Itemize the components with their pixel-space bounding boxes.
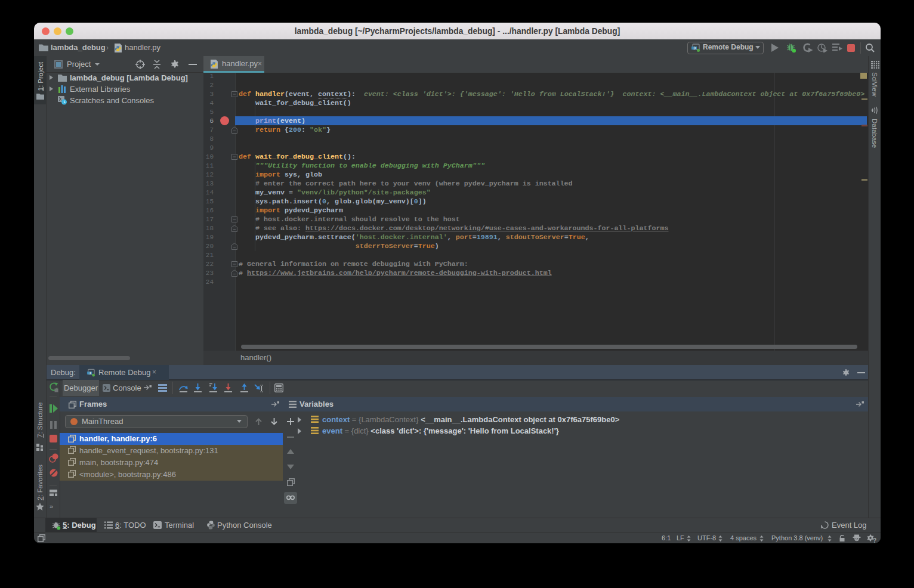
- svg-text:?: ?: [873, 537, 876, 543]
